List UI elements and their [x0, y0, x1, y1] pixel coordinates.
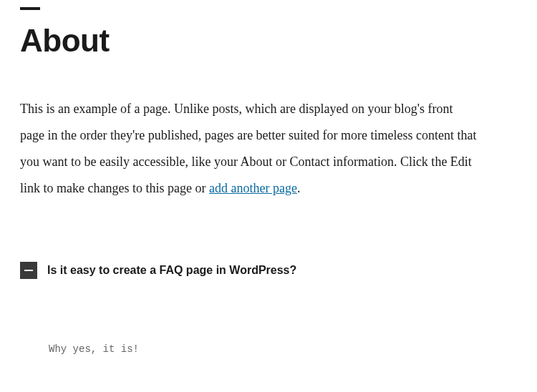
faq-collapse-button[interactable]: [20, 262, 37, 279]
faq-answer: Why yes, it is!: [49, 343, 517, 355]
body-text-after-link: .: [297, 181, 301, 195]
title-rule: [20, 7, 40, 10]
faq-question[interactable]: Is it easy to create a FAQ page in WordP…: [47, 264, 296, 277]
minus-icon: [24, 270, 33, 271]
body-paragraph: This is an example of a page. Unlike pos…: [20, 96, 478, 202]
faq-item: Is it easy to create a FAQ page in WordP…: [20, 262, 517, 279]
page-title: About: [20, 23, 517, 59]
add-another-page-link[interactable]: add another page: [209, 181, 297, 195]
